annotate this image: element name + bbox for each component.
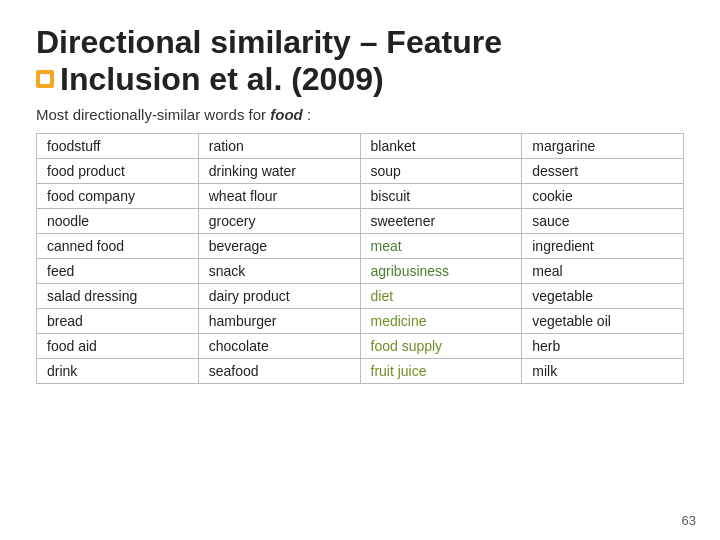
table-row: salad dressingdairy productdietvegetable: [37, 283, 684, 308]
table-row: food productdrinking watersoupdessert: [37, 158, 684, 183]
table-cell: foodstuff: [37, 133, 199, 158]
table-row: foodstuffrationblanketmargarine: [37, 133, 684, 158]
similarity-table: foodstuffrationblanketmargarinefood prod…: [36, 133, 684, 384]
table-cell: feed: [37, 258, 199, 283]
subtitle-word: food: [270, 106, 302, 123]
table-cell: ration: [198, 133, 360, 158]
table-cell: seafood: [198, 358, 360, 383]
table-row: canned foodbeveragemeatingredient: [37, 233, 684, 258]
table-row: food companywheat flourbiscuitcookie: [37, 183, 684, 208]
table-row: breadhamburgermedicinevegetable oil: [37, 308, 684, 333]
table-cell: herb: [522, 333, 684, 358]
slide: Directional similarity – Feature Inclusi…: [0, 0, 720, 540]
table-cell: medicine: [360, 308, 522, 333]
table-cell: meal: [522, 258, 684, 283]
title-line1: Directional similarity – Feature: [36, 24, 684, 61]
table-cell: grocery: [198, 208, 360, 233]
table-cell: soup: [360, 158, 522, 183]
table-cell: bread: [37, 308, 199, 333]
table-row: noodlegrocerysweetenersauce: [37, 208, 684, 233]
table-cell: vegetable oil: [522, 308, 684, 333]
table-row: food aidchocolatefood supplyherb: [37, 333, 684, 358]
table-cell: food aid: [37, 333, 199, 358]
table-cell: food supply: [360, 333, 522, 358]
table-cell: cookie: [522, 183, 684, 208]
table-cell: chocolate: [198, 333, 360, 358]
table-cell: salad dressing: [37, 283, 199, 308]
table-cell: blanket: [360, 133, 522, 158]
table-cell: beverage: [198, 233, 360, 258]
table-cell: dairy product: [198, 283, 360, 308]
table-cell: noodle: [37, 208, 199, 233]
table-cell: diet: [360, 283, 522, 308]
table-cell: food company: [37, 183, 199, 208]
table-row: feedsnackagribusinessmeal: [37, 258, 684, 283]
subtitle: Most directionally-similar words for foo…: [36, 106, 684, 123]
title-block: Directional similarity – Feature Inclusi…: [36, 24, 684, 98]
table-cell: biscuit: [360, 183, 522, 208]
table-cell: dessert: [522, 158, 684, 183]
table-cell: margarine: [522, 133, 684, 158]
table-cell: sauce: [522, 208, 684, 233]
table-cell: hamburger: [198, 308, 360, 333]
table-cell: drinking water: [198, 158, 360, 183]
page-number: 63: [682, 513, 696, 528]
table-cell: vegetable: [522, 283, 684, 308]
title-line2: Inclusion et al. (2009): [36, 61, 684, 98]
table-cell: meat: [360, 233, 522, 258]
table-cell: drink: [37, 358, 199, 383]
table-cell: wheat flour: [198, 183, 360, 208]
table-cell: sweetener: [360, 208, 522, 233]
table-cell: canned food: [37, 233, 199, 258]
table-row: drinkseafoodfruit juicemilk: [37, 358, 684, 383]
table-cell: fruit juice: [360, 358, 522, 383]
title-line2-text: Inclusion et al. (2009): [60, 61, 384, 98]
table-cell: milk: [522, 358, 684, 383]
table-cell: food product: [37, 158, 199, 183]
table-cell: ingredient: [522, 233, 684, 258]
inclusion-icon: [36, 70, 54, 88]
table-cell: snack: [198, 258, 360, 283]
table-cell: agribusiness: [360, 258, 522, 283]
